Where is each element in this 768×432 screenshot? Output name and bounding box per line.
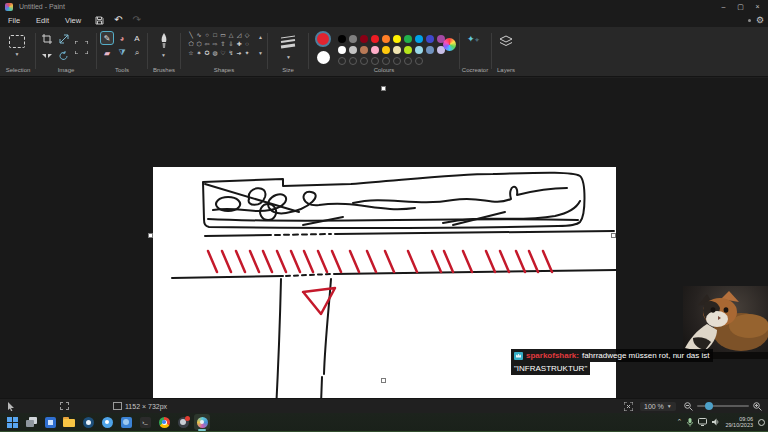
foreground-colour-swatch[interactable] bbox=[315, 31, 331, 47]
taskbar-icon-app-round-dark[interactable] bbox=[80, 414, 96, 430]
zoom-slider-track[interactable] bbox=[697, 405, 749, 407]
palette-empty-slot[interactable] bbox=[404, 57, 412, 65]
shape-option[interactable]: □ bbox=[211, 31, 219, 40]
taskbar-icon-app-notification[interactable] bbox=[175, 414, 191, 430]
shape-option[interactable]: ➔ bbox=[235, 49, 243, 58]
drawing-canvas[interactable] bbox=[153, 167, 616, 432]
palette-empty-slot[interactable] bbox=[349, 57, 357, 65]
shape-option[interactable]: ⇧ bbox=[219, 40, 227, 49]
shape-option[interactable]: ◇ bbox=[243, 31, 251, 40]
shape-option[interactable]: ↯ bbox=[227, 49, 235, 58]
palette-colour-b5e61d[interactable] bbox=[404, 46, 412, 54]
palette-empty-slot[interactable] bbox=[371, 57, 379, 65]
shape-option[interactable]: ⇩ bbox=[227, 40, 235, 49]
shape-option[interactable]: ✦ bbox=[243, 49, 251, 58]
shape-option[interactable]: ✶ bbox=[195, 49, 203, 58]
pencil-tool[interactable]: ✎ bbox=[100, 31, 114, 45]
shape-option[interactable]: ✚ bbox=[235, 40, 243, 49]
palette-colour-000000[interactable] bbox=[338, 35, 346, 43]
chevron-down-icon[interactable]: ▼ bbox=[9, 52, 25, 57]
canvas-resize-handle-left[interactable] bbox=[148, 233, 153, 238]
palette-colour-7092be[interactable] bbox=[426, 46, 434, 54]
taskbar-icon-app-blue[interactable] bbox=[42, 414, 58, 430]
palette-colour-7f7f7f[interactable] bbox=[349, 35, 357, 43]
canvas-resize-handle-top[interactable] bbox=[381, 86, 386, 91]
shape-option[interactable]: ⬠ bbox=[187, 40, 195, 49]
palette-empty-slot[interactable] bbox=[360, 57, 368, 65]
maximize-button[interactable]: ▢ bbox=[732, 0, 749, 13]
palette-colour-ed1c24[interactable] bbox=[371, 35, 379, 43]
text-tool[interactable]: A bbox=[130, 31, 144, 45]
edit-colours-icon[interactable] bbox=[443, 38, 456, 51]
color-picker-tool[interactable]: ⧩ bbox=[115, 46, 129, 60]
taskbar-icon-photos[interactable] bbox=[118, 414, 134, 430]
palette-colour-c3c3c3[interactable] bbox=[349, 46, 357, 54]
shape-option[interactable]: ⬡ bbox=[195, 40, 203, 49]
taskbar-icon-terminal[interactable]: ›_ bbox=[137, 414, 153, 430]
shape-option[interactable]: ╲ bbox=[187, 31, 195, 40]
cocreator-sparkle-icon[interactable]: ✦✧ bbox=[467, 34, 480, 44]
palette-colour-ffaec9[interactable] bbox=[371, 46, 379, 54]
taskbar-icon-paint[interactable] bbox=[194, 414, 210, 430]
palette-colour-ffc90e[interactable] bbox=[382, 46, 390, 54]
selection-tool-button[interactable]: ▼ bbox=[9, 35, 25, 57]
shape-option[interactable]: ◌ bbox=[243, 40, 251, 49]
palette-colour-99d9ea[interactable] bbox=[415, 46, 423, 54]
palette-colour-ffffff[interactable] bbox=[338, 46, 346, 54]
clock[interactable]: 09:06 29/10/2023 bbox=[725, 416, 753, 428]
microphone-icon[interactable] bbox=[687, 418, 693, 427]
zoom-level-dropdown[interactable]: 100 % ▼ bbox=[640, 402, 676, 411]
taskbar-icon-chrome[interactable] bbox=[156, 414, 172, 430]
palette-colour-efe4b0[interactable] bbox=[393, 46, 401, 54]
shape-option[interactable]: ◿ bbox=[235, 31, 243, 40]
fit-to-screen-button[interactable] bbox=[624, 402, 633, 411]
canvas-resize-handle-right[interactable] bbox=[611, 233, 616, 238]
taskbar-icon-task-view[interactable] bbox=[23, 414, 39, 430]
display-icon[interactable] bbox=[698, 418, 707, 426]
undo-icon[interactable]: ↶ bbox=[114, 15, 122, 25]
palette-empty-slot[interactable] bbox=[393, 57, 401, 65]
shape-option[interactable]: ∿ bbox=[195, 31, 203, 40]
shape-option[interactable]: ◍ bbox=[211, 49, 219, 58]
chevron-down-icon[interactable]: ▼ bbox=[286, 55, 291, 60]
zoom-out-button[interactable] bbox=[684, 402, 693, 411]
palette-colour-ff7f27[interactable] bbox=[382, 35, 390, 43]
zoom-in-button[interactable] bbox=[753, 402, 762, 411]
zoom-slider-thumb[interactable] bbox=[705, 402, 713, 410]
palette-colour-00a2e8[interactable] bbox=[415, 35, 423, 43]
shapes-scroll-up-icon[interactable]: ▲ bbox=[258, 35, 263, 40]
palette-colour-22b14c[interactable] bbox=[404, 35, 412, 43]
save-icon[interactable] bbox=[95, 16, 104, 25]
rotate-icon[interactable] bbox=[59, 51, 69, 61]
close-button[interactable]: × bbox=[749, 0, 766, 13]
palette-colour-880015[interactable] bbox=[360, 35, 368, 43]
select-all-icon[interactable] bbox=[75, 41, 88, 54]
fill-tool[interactable]: ◕ bbox=[115, 31, 129, 45]
resize-icon[interactable] bbox=[59, 34, 70, 44]
redo-icon[interactable]: ↷ bbox=[133, 15, 141, 25]
shape-option[interactable]: ✪ bbox=[203, 49, 211, 58]
chevron-down-icon[interactable]: ▼ bbox=[161, 53, 166, 58]
palette-colour-b97a57[interactable] bbox=[360, 46, 368, 54]
shape-option[interactable]: ○ bbox=[203, 31, 211, 40]
notification-bell-icon[interactable] bbox=[758, 419, 765, 426]
settings-gear-icon[interactable]: ⚙ bbox=[756, 16, 764, 25]
taskbar-icon-file-explorer[interactable] bbox=[61, 414, 77, 430]
line-size-icon[interactable] bbox=[280, 35, 296, 49]
speaker-icon[interactable] bbox=[712, 418, 720, 426]
flip-icon[interactable] bbox=[42, 51, 52, 61]
brush-icon[interactable] bbox=[159, 33, 169, 49]
palette-empty-slot[interactable] bbox=[382, 57, 390, 65]
palette-colour-fff200[interactable] bbox=[393, 35, 401, 43]
shape-option[interactable]: ▭ bbox=[219, 31, 227, 40]
shape-option[interactable]: ⇦ bbox=[203, 40, 211, 49]
eraser-tool[interactable]: ▰ bbox=[100, 46, 114, 60]
background-colour-swatch[interactable] bbox=[317, 51, 330, 64]
magnifier-tool[interactable]: ⌕ bbox=[130, 46, 144, 60]
layers-icon[interactable] bbox=[499, 35, 513, 48]
menu-file[interactable]: File bbox=[0, 16, 28, 25]
shape-option[interactable]: ☆ bbox=[187, 49, 195, 58]
menu-view[interactable]: View bbox=[57, 16, 89, 25]
palette-colour-3f48cc[interactable] bbox=[426, 35, 434, 43]
crop-icon[interactable] bbox=[42, 34, 52, 44]
